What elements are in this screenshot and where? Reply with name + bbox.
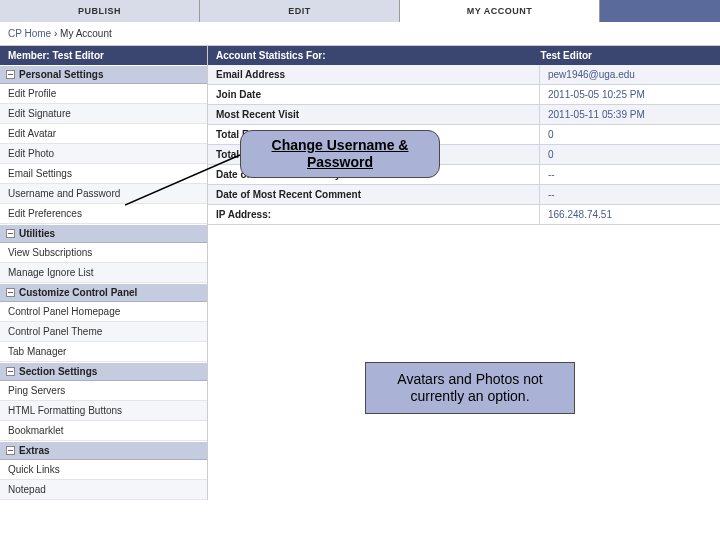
collapse-icon[interactable] <box>6 288 15 297</box>
stat-label: Date of Most Recent Comment <box>208 185 540 204</box>
tab-spacer <box>600 0 720 22</box>
tab-publish[interactable]: PUBLISH <box>0 0 200 22</box>
stat-value: 0 <box>540 145 720 164</box>
sidebar-item-view-subscriptions[interactable]: View Subscriptions <box>0 243 207 263</box>
breadcrumb-current: My Account <box>60 28 112 39</box>
sidebar-item-notepad[interactable]: Notepad <box>0 480 207 500</box>
stat-label: Most Recent Visit <box>208 105 540 124</box>
section-personal-settings[interactable]: Personal Settings <box>0 65 207 84</box>
main-content: Account Statistics For: Test Editor Emai… <box>208 46 720 500</box>
sidebar-item-ping-servers[interactable]: Ping Servers <box>0 381 207 401</box>
sidebar-item-edit-profile[interactable]: Edit Profile <box>0 84 207 104</box>
collapse-icon[interactable] <box>6 446 15 455</box>
sidebar-item-manage-ignore-list[interactable]: Manage Ignore List <box>0 263 207 283</box>
stat-label: Email Address <box>208 65 540 84</box>
collapse-icon[interactable] <box>6 367 15 376</box>
stat-row-join-date: Join Date 2011-05-05 10:25 PM <box>208 85 720 105</box>
collapse-icon[interactable] <box>6 70 15 79</box>
stat-value: -- <box>540 185 720 204</box>
sidebar-item-quick-links[interactable]: Quick Links <box>0 460 207 480</box>
stat-row-recent-visit: Most Recent Visit 2011-05-11 05:39 PM <box>208 105 720 125</box>
sidebar: Member: Test Editor Personal Settings Ed… <box>0 46 208 500</box>
stats-header-name: Test Editor <box>541 50 592 61</box>
sidebar-item-cp-homepage[interactable]: Control Panel Homepage <box>0 302 207 322</box>
callout-change-password: Change Username & Password <box>240 130 440 178</box>
section-title: Extras <box>19 445 50 456</box>
svg-line-0 <box>125 155 240 205</box>
stat-row-ip: IP Address: 166.248.74.51 <box>208 205 720 225</box>
sidebar-item-tab-manager[interactable]: Tab Manager <box>0 342 207 362</box>
callout-avatars-photos: Avatars and Photos not currently an opti… <box>365 362 575 414</box>
stats-header-label: Account Statistics For: <box>216 50 541 61</box>
section-extras[interactable]: Extras <box>0 441 207 460</box>
member-name: Test Editor <box>52 50 103 61</box>
section-title: Utilities <box>19 228 55 239</box>
stat-value: 0 <box>540 125 720 144</box>
top-tabs: PUBLISH EDIT MY ACCOUNT <box>0 0 720 22</box>
sidebar-item-edit-avatar[interactable]: Edit Avatar <box>0 124 207 144</box>
stat-label: Join Date <box>208 85 540 104</box>
breadcrumb: CP Home › My Account <box>0 22 720 46</box>
stat-value: 2011-05-11 05:39 PM <box>540 105 720 124</box>
stat-row-email: Email Address pew1946@uga.edu <box>208 65 720 85</box>
stats-header: Account Statistics For: Test Editor <box>208 46 720 65</box>
sidebar-item-html-buttons[interactable]: HTML Formatting Buttons <box>0 401 207 421</box>
breadcrumb-home[interactable]: CP Home <box>8 28 51 39</box>
section-title: Customize Control Panel <box>19 287 137 298</box>
stat-value: 166.248.74.51 <box>540 205 720 224</box>
stat-row-recent-comment: Date of Most Recent Comment -- <box>208 185 720 205</box>
member-header: Member: Test Editor <box>0 46 207 65</box>
collapse-icon[interactable] <box>6 229 15 238</box>
sidebar-item-bookmarklet[interactable]: Bookmarklet <box>0 421 207 441</box>
breadcrumb-sep: › <box>54 28 57 39</box>
pointer-line-icon <box>125 150 245 210</box>
sidebar-item-edit-signature[interactable]: Edit Signature <box>0 104 207 124</box>
stat-label: IP Address: <box>208 205 540 224</box>
section-customize-cp[interactable]: Customize Control Panel <box>0 283 207 302</box>
tab-edit[interactable]: EDIT <box>200 0 400 22</box>
section-title: Section Settings <box>19 366 97 377</box>
stat-value: pew1946@uga.edu <box>540 65 720 84</box>
stat-value: -- <box>540 165 720 184</box>
section-section-settings[interactable]: Section Settings <box>0 362 207 381</box>
tab-my-account[interactable]: MY ACCOUNT <box>400 0 600 22</box>
member-label: Member: <box>8 50 50 61</box>
stat-value: 2011-05-05 10:25 PM <box>540 85 720 104</box>
section-title: Personal Settings <box>19 69 103 80</box>
sidebar-item-cp-theme[interactable]: Control Panel Theme <box>0 322 207 342</box>
section-utilities[interactable]: Utilities <box>0 224 207 243</box>
